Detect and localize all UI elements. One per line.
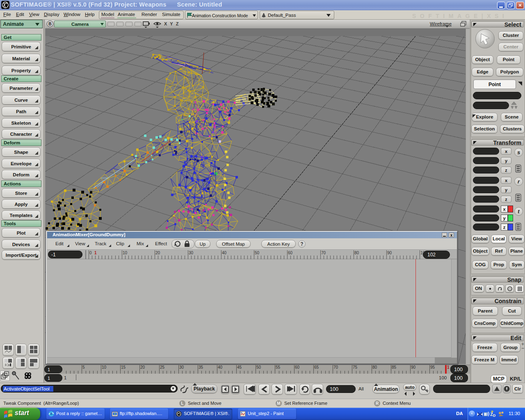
svg-text:ZD: ZD: [490, 412, 496, 417]
